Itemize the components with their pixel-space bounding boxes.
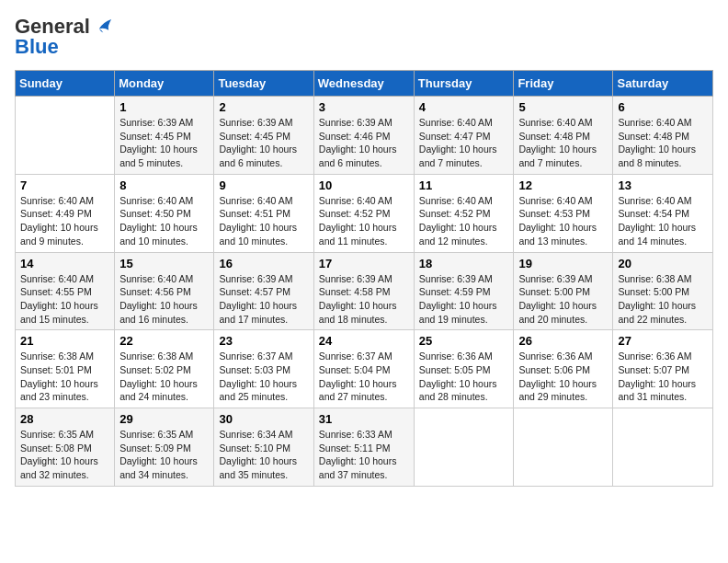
sunset-text: Sunset: 5:05 PM (419, 364, 491, 375)
day-info: Sunrise: 6:33 AM Sunset: 5:11 PM Dayligh… (319, 428, 409, 482)
daylight-text: Daylight: 10 hours and 15 minutes. (20, 300, 98, 325)
day-info: Sunrise: 6:37 AM Sunset: 5:03 PM Dayligh… (219, 350, 308, 404)
calendar-cell: 7 Sunrise: 6:40 AM Sunset: 4:49 PM Dayli… (16, 174, 115, 252)
day-number: 21 (20, 334, 109, 348)
daylight-text: Daylight: 10 hours and 8 minutes. (618, 144, 696, 168)
calendar-cell: 8 Sunrise: 6:40 AM Sunset: 4:50 PM Dayli… (115, 174, 214, 252)
sunset-text: Sunset: 4:48 PM (518, 131, 590, 142)
day-info: Sunrise: 6:40 AM Sunset: 4:47 PM Dayligh… (419, 116, 509, 170)
sunrise-text: Sunrise: 6:40 AM (618, 195, 691, 206)
sunset-text: Sunset: 4:58 PM (319, 286, 391, 297)
sunset-text: Sunset: 5:00 PM (618, 286, 689, 297)
day-number: 8 (119, 178, 209, 192)
sunrise-text: Sunrise: 6:39 AM (319, 117, 392, 128)
day-info: Sunrise: 6:35 AM Sunset: 5:08 PM Dayligh… (20, 428, 109, 482)
header-saturday: Saturday (613, 71, 713, 97)
sunset-text: Sunset: 4:45 PM (219, 131, 290, 142)
day-info: Sunrise: 6:39 AM Sunset: 4:57 PM Dayligh… (219, 272, 308, 327)
daylight-text: Daylight: 10 hours and 12 minutes. (419, 222, 497, 247)
day-number: 17 (319, 257, 409, 270)
calendar-cell: 18 Sunrise: 6:39 AM Sunset: 4:59 PM Dayl… (414, 252, 514, 330)
calendar-cell: 14 Sunrise: 6:40 AM Sunset: 4:55 PM Dayl… (16, 252, 115, 330)
calendar-cell: 17 Sunrise: 6:39 AM Sunset: 4:58 PM Dayl… (313, 252, 414, 330)
day-info: Sunrise: 6:40 AM Sunset: 4:51 PM Dayligh… (219, 194, 308, 248)
day-info: Sunrise: 6:36 AM Sunset: 5:05 PM Dayligh… (419, 350, 509, 404)
sunrise-text: Sunrise: 6:37 AM (219, 350, 292, 362)
daylight-text: Daylight: 10 hours and 24 minutes. (119, 378, 198, 403)
sunrise-text: Sunrise: 6:40 AM (20, 195, 94, 206)
sunrise-text: Sunrise: 6:39 AM (119, 117, 193, 128)
calendar-week-row: 14 Sunrise: 6:40 AM Sunset: 4:55 PM Dayl… (16, 252, 713, 330)
sunrise-text: Sunrise: 6:36 AM (419, 350, 493, 362)
calendar-cell: 9 Sunrise: 6:40 AM Sunset: 4:51 PM Dayli… (214, 174, 313, 252)
logo: General Blue (15, 15, 114, 59)
calendar-cell: 1 Sunrise: 6:39 AM Sunset: 4:45 PM Dayli… (115, 97, 214, 175)
day-number: 22 (119, 334, 209, 348)
day-number: 2 (219, 100, 308, 114)
sunrise-text: Sunrise: 6:40 AM (419, 195, 493, 206)
sunset-text: Sunset: 5:00 PM (518, 286, 590, 297)
day-number: 12 (518, 178, 608, 192)
calendar-cell: 13 Sunrise: 6:40 AM Sunset: 4:54 PM Dayl… (613, 174, 713, 252)
header-friday: Friday (514, 71, 613, 97)
calendar-cell: 16 Sunrise: 6:39 AM Sunset: 4:57 PM Dayl… (214, 252, 313, 330)
daylight-text: Daylight: 10 hours and 10 minutes. (219, 222, 297, 247)
sunrise-text: Sunrise: 6:38 AM (618, 273, 691, 284)
sunrise-text: Sunrise: 6:35 AM (20, 429, 94, 440)
calendar-cell: 22 Sunrise: 6:38 AM Sunset: 5:02 PM Dayl… (115, 330, 214, 408)
day-number: 5 (518, 100, 608, 114)
header-thursday: Thursday (414, 71, 514, 97)
sunrise-text: Sunrise: 6:40 AM (518, 195, 592, 206)
calendar-week-row: 7 Sunrise: 6:40 AM Sunset: 4:49 PM Dayli… (16, 174, 713, 252)
calendar-cell: 15 Sunrise: 6:40 AM Sunset: 4:56 PM Dayl… (115, 252, 214, 330)
calendar-cell (613, 408, 713, 487)
sunrise-text: Sunrise: 6:40 AM (219, 195, 292, 206)
day-number: 15 (119, 257, 209, 270)
sunset-text: Sunset: 4:55 PM (20, 286, 92, 297)
calendar-table: SundayMondayTuesdayWednesdayThursdayFrid… (15, 70, 713, 487)
sunrise-text: Sunrise: 6:39 AM (219, 117, 292, 128)
calendar-cell (514, 408, 613, 487)
sunrise-text: Sunrise: 6:34 AM (219, 429, 292, 440)
calendar-week-row: 21 Sunrise: 6:38 AM Sunset: 5:01 PM Dayl… (16, 330, 713, 408)
day-info: Sunrise: 6:36 AM Sunset: 5:07 PM Dayligh… (618, 350, 708, 404)
header-sunday: Sunday (16, 71, 115, 97)
daylight-text: Daylight: 10 hours and 11 minutes. (319, 222, 397, 247)
calendar-cell: 23 Sunrise: 6:37 AM Sunset: 5:03 PM Dayl… (214, 330, 313, 408)
day-info: Sunrise: 6:39 AM Sunset: 4:45 PM Dayligh… (119, 116, 209, 170)
calendar-cell: 6 Sunrise: 6:40 AM Sunset: 4:48 PM Dayli… (613, 97, 713, 175)
day-number: 23 (219, 334, 308, 348)
calendar-cell: 12 Sunrise: 6:40 AM Sunset: 4:53 PM Dayl… (514, 174, 613, 252)
daylight-text: Daylight: 10 hours and 34 minutes. (119, 455, 198, 480)
day-number: 26 (518, 334, 608, 348)
daylight-text: Daylight: 10 hours and 31 minutes. (618, 378, 696, 403)
day-number: 3 (319, 100, 409, 114)
header-tuesday: Tuesday (214, 71, 313, 97)
sunset-text: Sunset: 4:46 PM (319, 131, 391, 142)
sunset-text: Sunset: 5:07 PM (618, 364, 689, 375)
sunset-text: Sunset: 4:45 PM (119, 131, 191, 142)
day-number: 1 (119, 100, 209, 114)
daylight-text: Daylight: 10 hours and 32 minutes. (20, 455, 98, 480)
sunset-text: Sunset: 5:02 PM (119, 364, 191, 375)
calendar-cell: 31 Sunrise: 6:33 AM Sunset: 5:11 PM Dayl… (313, 408, 414, 487)
sunset-text: Sunset: 4:47 PM (419, 131, 491, 142)
day-info: Sunrise: 6:36 AM Sunset: 5:06 PM Dayligh… (518, 350, 608, 404)
sunrise-text: Sunrise: 6:40 AM (518, 117, 592, 128)
daylight-text: Daylight: 10 hours and 37 minutes. (319, 455, 397, 480)
calendar-cell: 26 Sunrise: 6:36 AM Sunset: 5:06 PM Dayl… (514, 330, 613, 408)
day-number: 11 (419, 178, 509, 192)
daylight-text: Daylight: 10 hours and 25 minutes. (219, 378, 297, 403)
sunrise-text: Sunrise: 6:37 AM (319, 350, 392, 362)
day-info: Sunrise: 6:40 AM Sunset: 4:52 PM Dayligh… (319, 194, 409, 248)
sunrise-text: Sunrise: 6:40 AM (618, 117, 691, 128)
calendar-cell: 27 Sunrise: 6:36 AM Sunset: 5:07 PM Dayl… (613, 330, 713, 408)
day-info: Sunrise: 6:40 AM Sunset: 4:55 PM Dayligh… (20, 272, 109, 327)
calendar-cell: 25 Sunrise: 6:36 AM Sunset: 5:05 PM Dayl… (414, 330, 514, 408)
day-number: 27 (618, 334, 708, 348)
sunrise-text: Sunrise: 6:40 AM (319, 195, 392, 206)
calendar-cell (16, 97, 115, 175)
sunset-text: Sunset: 4:56 PM (119, 286, 191, 297)
sunset-text: Sunset: 5:09 PM (119, 442, 191, 454)
day-info: Sunrise: 6:38 AM Sunset: 5:01 PM Dayligh… (20, 350, 109, 404)
